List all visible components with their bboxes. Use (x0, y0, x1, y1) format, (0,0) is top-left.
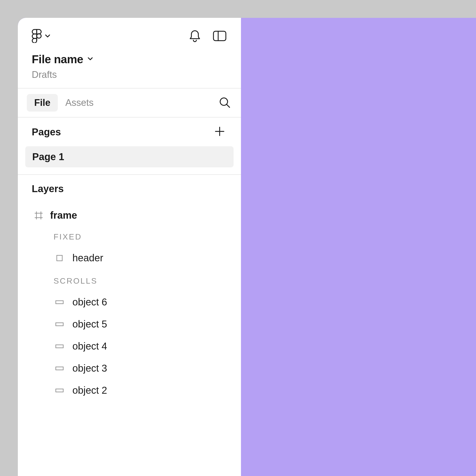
layers-section: Layers frame FIXED header (18, 174, 241, 401)
svg-rect-17 (56, 389, 63, 392)
file-location[interactable]: Drafts (32, 69, 227, 80)
toggle-panels-button[interactable] (212, 29, 227, 44)
layer-label: header (72, 252, 103, 264)
rectangle-icon (55, 255, 64, 262)
frame-icon (34, 211, 43, 220)
layer-frame[interactable]: frame (32, 206, 227, 225)
layer-item-header[interactable]: header (32, 247, 227, 269)
svg-rect-13 (56, 301, 63, 304)
svg-rect-2 (213, 31, 226, 41)
file-title: File name (32, 53, 83, 66)
layer-label: frame (50, 210, 77, 221)
layer-item-object[interactable]: object 5 (32, 313, 227, 335)
chevron-down-icon (45, 34, 50, 39)
layer-label: object 2 (72, 385, 107, 396)
layer-label: object 4 (72, 341, 107, 352)
search-icon (219, 97, 230, 109)
layer-label: object 6 (72, 297, 107, 308)
pages-list: Page 1 (18, 146, 241, 174)
layer-label: object 3 (72, 363, 107, 374)
file-title-block: File name Drafts (18, 50, 241, 88)
layer-group-scrolls: SCROLLS (32, 269, 227, 291)
sidebar-layout-icon (213, 30, 227, 42)
svg-point-4 (220, 98, 228, 105)
notifications-button[interactable] (187, 29, 202, 44)
svg-rect-15 (56, 345, 63, 348)
pages-header: Pages (18, 118, 241, 146)
layer-item-object[interactable]: object 6 (32, 291, 227, 313)
layer-group-fixed: FIXED (32, 225, 227, 247)
layer-label: object 5 (72, 319, 107, 330)
topbar (18, 18, 241, 50)
bell-icon (189, 30, 201, 43)
svg-rect-12 (57, 255, 62, 261)
layer-item-object[interactable]: object 2 (32, 379, 227, 401)
chevron-down-icon (88, 57, 93, 61)
rectangle-wide-icon (55, 344, 64, 348)
svg-rect-14 (56, 323, 63, 326)
pages-heading[interactable]: Pages (32, 126, 61, 138)
add-page-button[interactable] (212, 124, 227, 139)
plus-icon (215, 127, 224, 137)
search-button[interactable] (217, 95, 232, 110)
page-item[interactable]: Page 1 (25, 146, 234, 167)
layer-item-object[interactable]: object 4 (32, 335, 227, 357)
app-viewport: File name Drafts File Assets (18, 18, 476, 476)
rectangle-wide-icon (55, 300, 64, 304)
panel-tabs: File Assets (18, 88, 241, 118)
file-name-button[interactable]: File name (32, 53, 227, 66)
figma-logo-icon (32, 29, 42, 44)
layers-heading: Layers (32, 183, 227, 194)
left-sidebar: File name Drafts File Assets (18, 18, 241, 476)
rectangle-wide-icon (55, 366, 64, 370)
rectangle-wide-icon (55, 322, 64, 326)
tab-assets[interactable]: Assets (58, 94, 101, 112)
rectangle-wide-icon (55, 388, 64, 392)
svg-rect-16 (56, 367, 63, 370)
main-menu-button[interactable] (32, 29, 50, 44)
tab-file[interactable]: File (27, 94, 58, 112)
layer-item-object[interactable]: object 3 (32, 357, 227, 379)
svg-line-5 (227, 105, 230, 107)
